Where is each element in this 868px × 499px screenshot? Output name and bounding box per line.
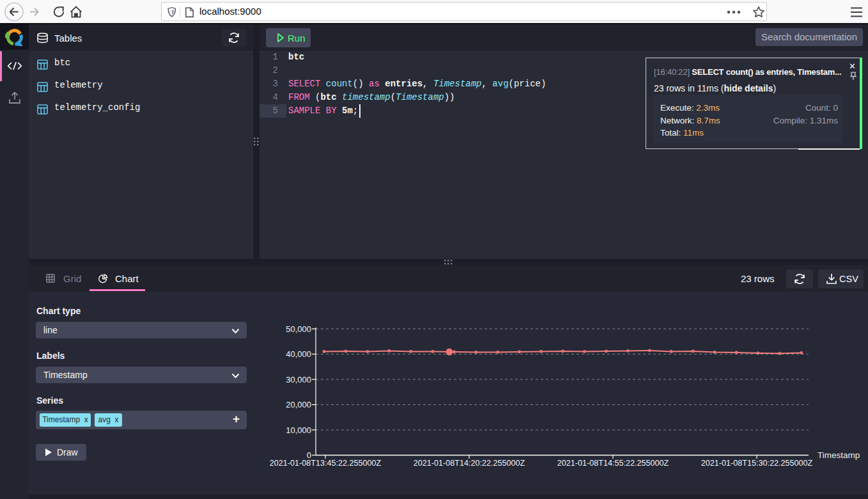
svg-text:40,000: 40,000 xyxy=(286,349,311,359)
svg-text:30,000: 30,000 xyxy=(286,375,311,384)
svg-text:2021-01-08T13:45:22.255000Z: 2021-01-08T13:45:22.255000Z xyxy=(270,459,382,468)
svg-text:Timestamp: Timestamp xyxy=(818,450,860,460)
svg-text:20,000: 20,000 xyxy=(286,400,311,409)
svg-text:50,000: 50,000 xyxy=(286,324,311,334)
svg-text:2021-01-08T15:30:22.255000Z: 2021-01-08T15:30:22.255000Z xyxy=(701,459,813,468)
svg-text:2021-01-08T14:55:22.255000Z: 2021-01-08T14:55:22.255000Z xyxy=(557,459,669,468)
svg-text:2021-01-08T14:20:22.255000Z: 2021-01-08T14:20:22.255000Z xyxy=(414,459,525,468)
svg-text:10,000: 10,000 xyxy=(286,425,311,435)
